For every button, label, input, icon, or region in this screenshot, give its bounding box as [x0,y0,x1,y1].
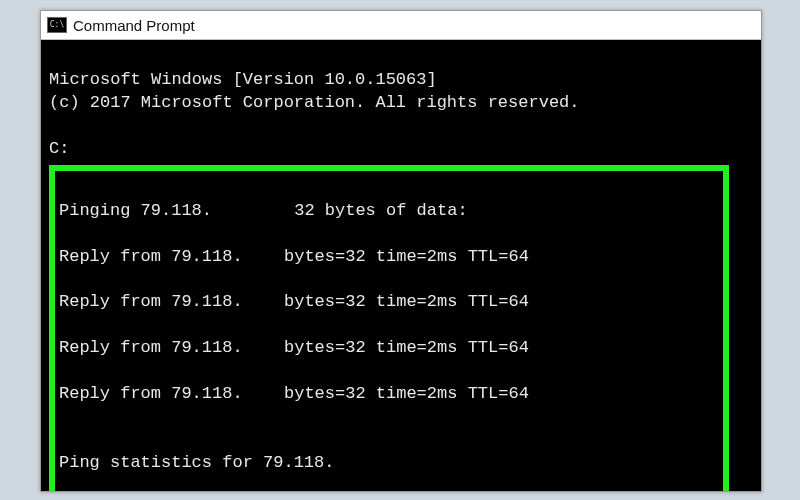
window-title: Command Prompt [73,18,195,33]
reply-from: Reply from 79.118. [59,383,284,406]
reply-from: Reply from 79.118. [59,337,284,360]
cmd-icon: C:\ [47,17,67,33]
reply-detail: bytes=32 time=2ms TTL=64 [284,247,529,266]
version-line: Microsoft Windows [Version 10.0.15063] [49,70,437,89]
reply-detail: bytes=32 time=2ms TTL=64 [284,292,529,311]
prompt: C: [49,139,69,158]
command-prompt-window: C:\ Command Prompt Microsoft Windows [Ve… [40,10,762,492]
reply-line: Reply from 79.118.bytes=32 time=2ms TTL=… [59,291,719,314]
reply-from: Reply from 79.118. [59,291,284,314]
ping-result-highlight: Pinging 79.118. 32 bytes of data: Reply … [49,165,729,491]
copyright-line: (c) 2017 Microsoft Corporation. All righ… [49,93,580,112]
reply-detail: bytes=32 time=2ms TTL=64 [284,384,529,403]
pinging-line: Pinging 79.118. 32 bytes of data: [59,200,719,223]
pinging-prefix: Pinging 79.118. [59,200,284,223]
reply-line: Reply from 79.118.bytes=32 time=2ms TTL=… [59,337,719,360]
reply-from: Reply from 79.118. [59,246,284,269]
reply-line: Reply from 79.118.bytes=32 time=2ms TTL=… [59,383,719,406]
reply-line: Reply from 79.118.bytes=32 time=2ms TTL=… [59,246,719,269]
titlebar[interactable]: C:\ Command Prompt [41,11,761,40]
reply-detail: bytes=32 time=2ms TTL=64 [284,338,529,357]
terminal-output[interactable]: Microsoft Windows [Version 10.0.15063] (… [41,40,761,491]
stats-heading: Ping statistics for 79.118. [59,452,719,475]
pinging-suffix: 32 bytes of data: [294,201,467,220]
